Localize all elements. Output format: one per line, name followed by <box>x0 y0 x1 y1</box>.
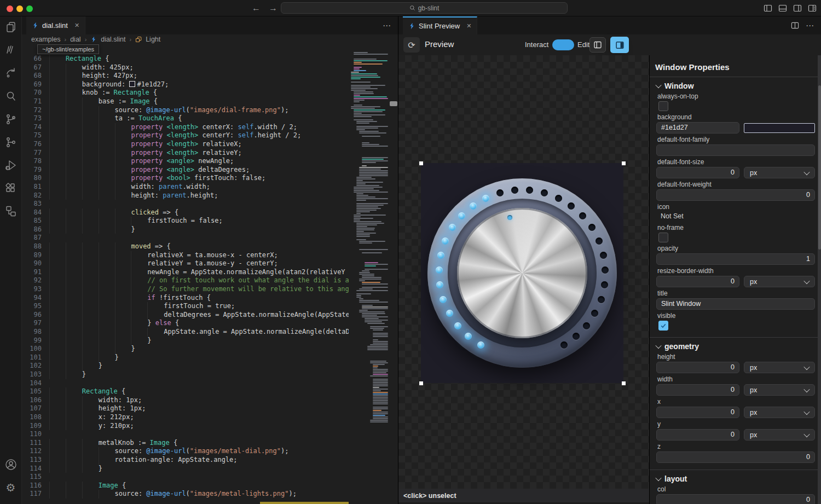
always-on-top-checkbox[interactable] <box>658 101 668 111</box>
line-number: 94 <box>22 294 42 303</box>
breadcrumb-dial[interactable]: dial <box>70 36 80 43</box>
scrollbar[interactable] <box>818 55 821 504</box>
dark-dot <box>600 252 607 259</box>
chevron-down-icon <box>803 277 810 283</box>
field-row: 0px <box>656 429 815 441</box>
line-number: 87 <box>22 234 42 242</box>
minimap[interactable] <box>349 44 390 504</box>
preview-canvas[interactable] <box>398 55 649 489</box>
title-input[interactable]: Slint Window <box>656 298 815 310</box>
height-input[interactable]: 0 <box>656 362 739 373</box>
background-input[interactable]: #1e1d27 <box>656 122 739 134</box>
zoom-window-button[interactable] <box>26 5 33 12</box>
section-header-layout[interactable]: layout <box>656 474 815 483</box>
code-text: newAngle = AppState.normalizeAngle(atan2… <box>42 268 349 277</box>
z-input[interactable]: 0 <box>656 451 815 463</box>
default-font-family-input[interactable] <box>656 144 815 156</box>
code-text: property <bool> firstTouch: false; <box>42 174 265 183</box>
selection-handle-top-right[interactable] <box>622 161 626 165</box>
dark-dot <box>560 341 568 349</box>
more-actions-icon[interactable]: ⋯ <box>383 23 391 28</box>
width-input[interactable]: 0 <box>656 384 739 396</box>
source-control-icon[interactable] <box>4 113 18 126</box>
opacity-input[interactable]: 1 <box>656 253 815 265</box>
code-text: firstTouch = true; <box>42 302 235 311</box>
line-number: 103 <box>22 370 42 379</box>
properties-content: Windowalways-on-topbackground#1e1d27defa… <box>650 82 821 504</box>
customize-layout-icon[interactable] <box>808 4 817 13</box>
more-actions-icon[interactable]: ⋯ <box>806 23 814 28</box>
dark-dot <box>511 187 518 194</box>
accounts-icon[interactable] <box>4 458 18 471</box>
line-number: 68 <box>22 72 42 80</box>
width-unit-select[interactable]: px <box>744 384 815 396</box>
interact-edit-toggle[interactable] <box>552 39 574 50</box>
breadcrumb-examples[interactable]: examples <box>31 36 61 43</box>
field-label-z: z <box>657 443 815 450</box>
icon-value: Not Set <box>656 212 815 222</box>
x-unit-select[interactable]: px <box>744 407 815 418</box>
section-header-Window[interactable]: Window <box>656 82 815 90</box>
color-swatch[interactable] <box>744 123 815 133</box>
metal-knob[interactable] <box>457 208 587 338</box>
show-left-panel-button[interactable] <box>589 37 606 53</box>
close-icon[interactable]: ✕ <box>466 22 471 30</box>
sash-handle[interactable] <box>390 101 397 106</box>
no-frame-checkbox[interactable] <box>658 233 668 242</box>
search-icon[interactable] <box>4 90 18 103</box>
horizontal-scrollbar[interactable] <box>260 502 349 504</box>
field-label-height: height <box>657 354 815 361</box>
breadcrumb-light[interactable]: Light <box>146 36 160 43</box>
section-header-geometry[interactable]: geometry <box>656 342 815 351</box>
forward-icon[interactable]: → <box>268 2 279 15</box>
field-label-visible: visible <box>657 312 815 320</box>
remote-explorer-icon[interactable] <box>4 67 18 80</box>
chevron-down-icon <box>655 475 661 481</box>
close-window-button[interactable] <box>7 5 13 12</box>
visible-checkbox[interactable] <box>658 321 668 331</box>
close-icon[interactable]: ✕ <box>74 22 79 29</box>
breadcrumb-dial-slint[interactable]: dial.slint <box>101 36 125 43</box>
minimize-window-button[interactable] <box>16 5 23 12</box>
component-explorer-icon[interactable] <box>4 205 18 218</box>
settings-icon[interactable]: ⚙ <box>4 481 18 494</box>
code-text: height: 427px; <box>42 72 137 80</box>
code-lines: 66 Rectangle {67 width: 425px;68 height:… <box>22 55 349 499</box>
code-text: Rectangle { <box>42 387 125 396</box>
x-input[interactable]: 0 <box>656 407 739 418</box>
selection-handle-top-left[interactable] <box>419 161 423 165</box>
scrollbar-thumb[interactable] <box>818 85 821 250</box>
selection-handle-bottom-left[interactable] <box>419 381 423 385</box>
toggle-panel-icon[interactable] <box>778 4 787 13</box>
default-font-weight-input[interactable]: 0 <box>656 189 815 201</box>
tab-label: Slint Preview <box>419 22 460 30</box>
col-input[interactable]: 0 <box>656 494 815 504</box>
resize-border-width-unit-select[interactable]: px <box>744 276 815 287</box>
toggle-sidebar-left-icon[interactable] <box>764 4 772 13</box>
default-font-size-unit-select[interactable]: px <box>744 167 815 178</box>
code-editor[interactable]: 66 Rectangle {67 width: 425px;68 height:… <box>22 44 398 504</box>
extensions-icon[interactable] <box>4 182 18 195</box>
refresh-button[interactable]: ⟳ <box>403 37 420 53</box>
show-right-panel-button[interactable] <box>610 37 629 53</box>
selection-handle-bottom-right[interactable] <box>622 381 626 385</box>
line-number: 114 <box>22 465 42 473</box>
toggle-sidebar-right-icon[interactable] <box>793 4 802 13</box>
code-line: 72 source: @image-url("images/dial-frame… <box>22 106 349 115</box>
slint-icon[interactable] <box>4 44 18 57</box>
tab-dial-slint[interactable]: dial.slint ✕ <box>26 16 85 34</box>
back-icon[interactable]: ← <box>251 2 262 15</box>
code-line: 70 knob := Rectangle { <box>22 89 349 97</box>
explorer-icon[interactable] <box>4 21 18 34</box>
split-editor-icon[interactable] <box>791 21 799 30</box>
code-text: } <box>42 362 102 370</box>
default-font-size-input[interactable]: 0 <box>656 167 739 178</box>
source-control-graph-icon[interactable] <box>4 136 18 149</box>
height-unit-select[interactable]: px <box>744 362 815 373</box>
resize-border-width-input[interactable]: 0 <box>656 276 739 287</box>
y-input[interactable]: 0 <box>656 429 739 441</box>
y-unit-select[interactable]: px <box>744 429 815 441</box>
run-and-debug-icon[interactable] <box>4 159 18 172</box>
tab-slint-preview[interactable]: Slint Preview ✕ <box>403 16 477 34</box>
command-center-search[interactable]: gb-slint <box>281 2 568 14</box>
